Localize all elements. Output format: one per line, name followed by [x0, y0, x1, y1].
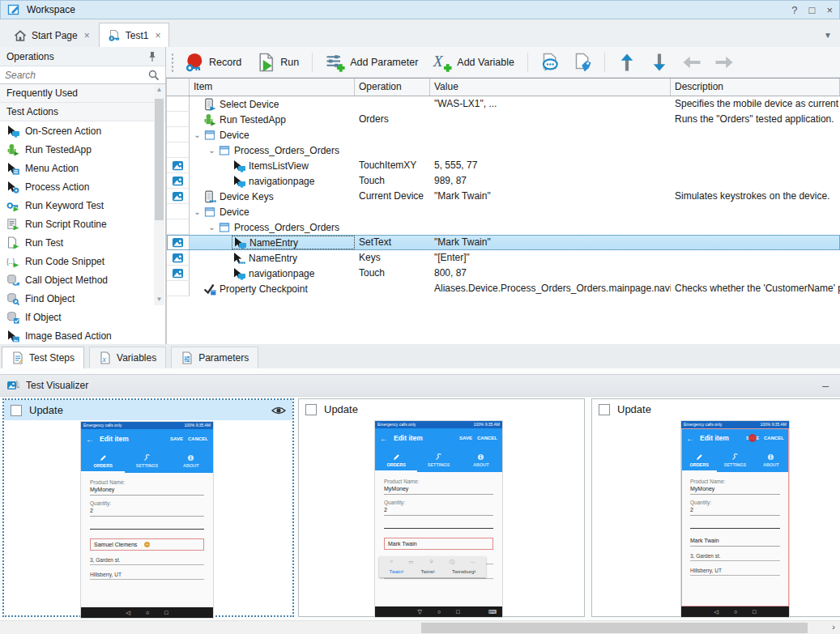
cell-description[interactable]: [671, 219, 840, 235]
back-arrow-icon[interactable]: ←: [686, 434, 694, 443]
visualizer-frame[interactable]: UpdateEmergency calls only100% 9:35 AM←E…: [591, 398, 840, 617]
scroll-down-icon[interactable]: ▼: [154, 294, 164, 305]
grid-row[interactable]: NameEntrySetText"Mark Twain": [167, 235, 840, 250]
cell-operation[interactable]: TouchItemXY: [355, 158, 430, 173]
move-up-button[interactable]: [614, 50, 640, 74]
keyboard-suggestion-bar[interactable]: ⌕▭☺ⓘ⋯Twain¹Twins¹Twinsburg¹: [379, 556, 486, 577]
quantity-value[interactable]: 2: [90, 506, 204, 517]
cell-item[interactable]: Device Keys: [190, 189, 355, 204]
cell-value[interactable]: "WAS-LX1", ...: [430, 96, 671, 112]
column-operation[interactable]: Operation: [355, 79, 430, 96]
search-input[interactable]: [5, 70, 147, 81]
visualizer-frame-icon[interactable]: [172, 267, 184, 279]
grid-row[interactable]: Property CheckpointAliases.Device.Proces…: [167, 281, 840, 296]
suggestion-toolbar-icon[interactable]: ☺: [429, 559, 433, 566]
grid-row[interactable]: navigationpageTouch800, 87: [167, 266, 840, 281]
cell-description[interactable]: Runs the "Orders" tested application.: [671, 112, 840, 127]
cell-operation[interactable]: [355, 143, 430, 158]
product-name-value[interactable]: MyMoney: [690, 484, 780, 495]
add-parameter-button[interactable]: Add Parameter: [322, 50, 422, 74]
cell-description[interactable]: [671, 204, 840, 219]
close-tab-icon[interactable]: ×: [155, 30, 160, 41]
phone-tab-orders[interactable]: ORDERS: [81, 449, 125, 473]
horizontal-scrollbar[interactable]: ›: [0, 620, 840, 634]
cell-item[interactable]: NameEntry: [190, 235, 355, 250]
cell-operation[interactable]: [355, 281, 430, 296]
phone-nav-back-icon[interactable]: ▽: [418, 609, 422, 615]
navigate-forward-button[interactable]: [711, 50, 737, 74]
cell-value[interactable]: [430, 143, 671, 158]
collapse-chevron-icon[interactable]: ⌄: [207, 143, 217, 158]
help-button[interactable]: ?: [791, 4, 797, 16]
grid-row[interactable]: Select Device"WAS-LX1", ...Specifies the…: [167, 96, 840, 112]
visualizer-frame-icon[interactable]: [172, 160, 184, 172]
phone-tab-orders[interactable]: ORDERS: [681, 448, 717, 472]
visualizer-frame-icon[interactable]: [172, 236, 184, 249]
pin-icon[interactable]: [146, 50, 159, 63]
cell-value[interactable]: "Mark Twain": [430, 235, 671, 250]
suggestion-word[interactable]: Twinsburg¹: [452, 569, 475, 574]
phone-nav-recents-icon[interactable]: □: [456, 609, 459, 615]
customer-name-field[interactable]: Mark Twain: [384, 538, 493, 550]
suggestion-word[interactable]: Twain¹: [390, 569, 404, 574]
add-variable-button[interactable]: X Add Variable: [429, 50, 518, 74]
cell-operation[interactable]: Touch: [355, 173, 430, 189]
operation-item-script-routine[interactable]: Run Script Routine: [0, 215, 165, 233]
grid-row[interactable]: ⌄Device: [167, 204, 840, 219]
phone-tab-about[interactable]: ABOUT: [460, 448, 502, 472]
cell-operation[interactable]: [355, 96, 430, 112]
hscrollbar-thumb[interactable]: [421, 623, 808, 633]
operation-item-testedapp[interactable]: Run TestedApp: [0, 140, 165, 159]
suggestion-toolbar-icon[interactable]: ⓘ: [450, 559, 454, 566]
grid-row[interactable]: ⌄Process_Orders_Orders: [167, 143, 840, 158]
operation-item-keyword-test[interactable]: Run Keyword Test: [0, 196, 165, 215]
tab-test1[interactable]: Test1 ×: [99, 23, 170, 47]
move-down-button[interactable]: [646, 50, 672, 74]
cell-value[interactable]: 800, 87: [430, 266, 671, 281]
phone-tab-settings[interactable]: SETTINGS: [125, 449, 168, 473]
quantity-value[interactable]: 2: [384, 505, 493, 516]
back-arrow-icon[interactable]: ←: [86, 435, 94, 444]
cell-item[interactable]: ⌄Process_Orders_Orders: [190, 143, 355, 158]
phone-nav-keyboard-icon[interactable]: ⌨: [488, 606, 497, 617]
cell-value[interactable]: "Mark Twain": [430, 189, 671, 204]
grid-row[interactable]: ItemsListViewTouchItemXY5, 555, 77: [167, 158, 840, 173]
price-field[interactable]: [90, 529, 204, 530]
cell-operation[interactable]: [355, 127, 430, 143]
update-checkbox[interactable]: [305, 404, 317, 415]
cell-item[interactable]: NameEntry: [190, 250, 355, 266]
operations-search[interactable]: [0, 66, 165, 84]
operation-item-process-action[interactable]: Process Action: [0, 177, 165, 196]
run-button[interactable]: Run: [252, 50, 303, 74]
tab-overflow-arrow[interactable]: ▼: [824, 31, 832, 40]
cell-description[interactable]: [671, 127, 840, 143]
phone-nav-recents-icon[interactable]: □: [753, 609, 756, 615]
phone-nav-recents-icon[interactable]: □: [164, 610, 168, 615]
operations-scrollbar[interactable]: ▲ ▼: [154, 84, 164, 305]
column-item[interactable]: Item: [190, 79, 355, 96]
phone-nav-home-icon[interactable]: ○: [734, 609, 737, 615]
operation-item-menu-action[interactable]: Menu Action: [0, 159, 165, 177]
operation-item-onscreen[interactable]: On-Screen Action: [0, 121, 165, 140]
suggestion-toolbar-icon[interactable]: ⋯: [470, 559, 475, 566]
price-field[interactable]: [690, 528, 780, 529]
phone-tab-about[interactable]: ABOUT: [753, 448, 789, 472]
cell-operation[interactable]: [355, 204, 430, 219]
product-name-value[interactable]: MyMoney: [384, 484, 493, 495]
cell-value[interactable]: Aliases.Device.Process_Orders_Orders.mai…: [430, 281, 671, 296]
phone-tab-about[interactable]: ABOUT: [169, 449, 213, 473]
scroll-up-icon[interactable]: ▲: [154, 84, 164, 96]
cell-description[interactable]: [671, 266, 840, 281]
price-field[interactable]: [384, 528, 493, 529]
cell-item[interactable]: Property Checkpoint: [190, 281, 355, 296]
cell-description[interactable]: [671, 143, 840, 158]
save-button[interactable]: SAVE: [746, 436, 759, 440]
collapse-chevron-icon[interactable]: ⌄: [192, 205, 203, 219]
address-line1[interactable]: 3, Garden st.: [90, 557, 204, 565]
eye-icon[interactable]: [271, 406, 286, 415]
visualizer-frame-icon[interactable]: [172, 175, 184, 187]
operation-item-find-object[interactable]: Find Object: [0, 289, 165, 308]
tab-start-page[interactable]: Start Page ×: [5, 23, 99, 47]
suggestion-toolbar-icon[interactable]: ▭: [408, 559, 413, 566]
cell-item[interactable]: Run TestedApp: [190, 112, 355, 127]
